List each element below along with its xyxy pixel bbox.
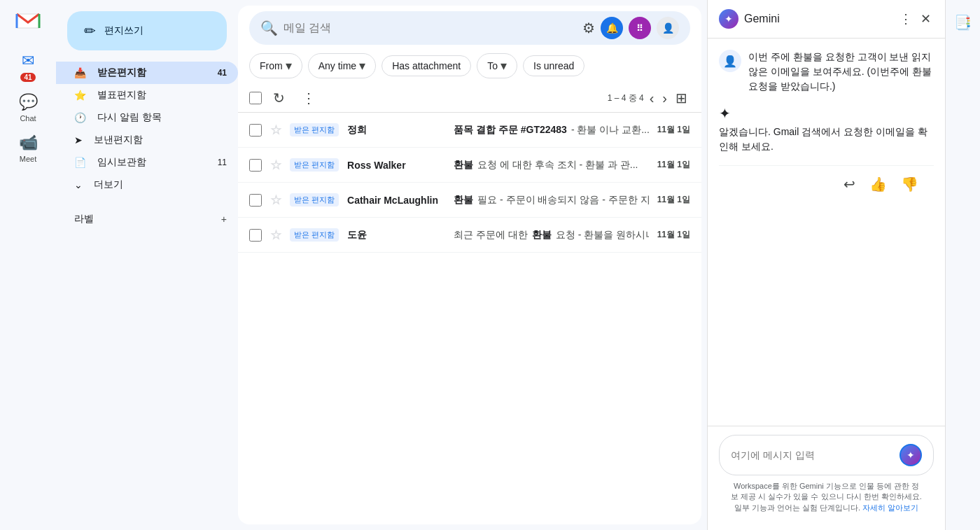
compose-label: 편지쓰기	[104, 25, 144, 37]
email-date: 11월 1일	[657, 159, 690, 171]
email-sender: 정희	[347, 124, 445, 137]
gemini-response-actions: ↩ 👍 👎	[719, 165, 934, 202]
gemini-header: ✦ Gemini ⋮ ✕	[708, 0, 945, 39]
right-tabs-panel: 📑	[945, 0, 980, 530]
star-icon[interactable]: ☆	[270, 158, 281, 173]
more-label: 더보기	[94, 179, 227, 191]
avatar[interactable]: 👤	[657, 17, 679, 39]
email-checkbox[interactable]	[249, 194, 262, 207]
star-icon[interactable]: ☆	[270, 193, 281, 208]
gemini-learn-more-link[interactable]: 자세히 알아보기	[862, 503, 918, 512]
refresh-button[interactable]: ↻	[267, 87, 290, 109]
sent-label: 보낸편지함	[94, 134, 227, 146]
gemini-thumbs-down-button[interactable]: 👎	[897, 172, 923, 197]
filter-chip-has-attachment[interactable]: Has attachment	[382, 55, 471, 76]
nav-item-snoozed[interactable]: 🕐 다시 알림 항목	[56, 106, 238, 129]
is-unread-chip-label: Is unread	[533, 60, 574, 71]
labels-title: 라벨	[74, 213, 221, 225]
sidebar-item-meet[interactable]: 📹 Meet	[0, 128, 56, 169]
gemini-thumbs-up-button[interactable]: 👍	[865, 172, 891, 197]
email-checkbox[interactable]	[249, 124, 262, 137]
view-options-button[interactable]: ⊞	[673, 87, 690, 109]
next-page-button[interactable]: ›	[659, 88, 670, 109]
more-toolbar-button[interactable]: ⋮	[296, 87, 321, 109]
gemini-close-button[interactable]: ✕	[918, 8, 934, 29]
nav-item-starred[interactable]: ⭐ 별표편지함	[56, 84, 238, 106]
gemini-share-button[interactable]: ↩	[839, 172, 860, 197]
nav-item-more[interactable]: ⌄ 더보기	[56, 174, 238, 196]
sidebar-item-chat[interactable]: 💬 Chat	[0, 88, 56, 128]
inbox-label: 받은편지함	[97, 67, 206, 79]
sidebar-item-mail[interactable]: ✉ 41	[0, 46, 56, 88]
gmail-logo	[14, 7, 42, 35]
email-tag: 받은 편지함	[290, 158, 339, 172]
starred-icon: ⭐	[74, 90, 86, 101]
to-chip-label: To	[487, 60, 498, 71]
gemini-logo-icon: ✦	[719, 9, 738, 29]
email-preview: 최근 주문에 대한	[454, 229, 528, 242]
gemini-response-text: 알겠습니다. Gmail 검색에서 요청한 이메일을 확인해 보세요.	[719, 125, 934, 154]
user-avatar: 👤	[719, 50, 741, 72]
email-sender: Ross Walker	[347, 160, 445, 171]
gemini-sparkle-icon: ✦	[719, 105, 934, 122]
gemini-user-message: 👤 이번 주에 환불을 요청한 고객이 보낸 읽지 않은 이메일을 보여주세요.…	[719, 50, 934, 94]
filter-chip-from[interactable]: From ▾	[249, 53, 302, 78]
email-date: 11월 1일	[657, 124, 690, 136]
gemini-message-input[interactable]	[731, 449, 894, 461]
apps-icon[interactable]: ⠿	[629, 17, 651, 39]
compose-button[interactable]: ✏ 편지쓰기	[67, 11, 227, 50]
chat-icon: 💬	[19, 93, 38, 111]
email-subject-bold: 환불	[454, 194, 473, 207]
email-checkbox[interactable]	[249, 229, 262, 242]
table-row[interactable]: ☆ 받은 편지함 도윤 최근 주문에 대한 환불 요청 - 환불을 원하시나..…	[238, 218, 701, 253]
meet-icon: 📹	[19, 134, 38, 152]
labels-section-header: 라벨 +	[56, 207, 238, 228]
nav-item-inbox[interactable]: 📥 받은편지함 41	[56, 62, 238, 84]
table-row[interactable]: ☆ 받은 편지함 정희 품목 결합 주문 #GT22483 - 환불 이나 교환…	[238, 113, 701, 148]
any-time-chip-label: Any time	[318, 60, 356, 71]
gemini-send-button[interactable]: ✦	[899, 444, 922, 466]
filter-chip-to[interactable]: To ▾	[477, 53, 517, 78]
email-date: 11월 1일	[657, 194, 690, 206]
email-subject-bold: 환불	[454, 159, 473, 172]
email-sender: Cathair McLaughlin	[347, 195, 445, 206]
select-all-checkbox[interactable]	[249, 92, 262, 104]
notification-icon[interactable]: 🔔	[601, 17, 623, 39]
table-row[interactable]: ☆ 받은 편지함 Cathair McLaughlin 환불 필요 - 주문이 …	[238, 183, 701, 218]
email-subject: 품목 결합 주문 #GT22483 - 환불 이나 교환...	[454, 124, 649, 137]
more-icon: ⌄	[74, 179, 83, 190]
from-chip-arrow: ▾	[286, 58, 292, 74]
prev-page-button[interactable]: ‹	[647, 88, 657, 109]
email-subject-bold: 환불	[532, 229, 552, 242]
email-subject: 최근 주문에 대한 환불 요청 - 환불을 원하시나...	[454, 229, 649, 242]
add-label-button[interactable]: +	[221, 214, 227, 225]
email-tag: 받은 편지함	[290, 123, 339, 137]
filter-chip-any-time[interactable]: Any time ▾	[308, 53, 376, 78]
search-icon[interactable]: 🔍	[260, 20, 278, 36]
email-list-toolbar: ↻ ⋮ 1 – 4 중 4 ‹ › ⊞	[238, 84, 701, 113]
chat-label: Chat	[20, 114, 36, 123]
star-icon[interactable]: ☆	[270, 228, 281, 243]
nav-item-drafts[interactable]: 📄 임시보관함 11	[56, 151, 238, 174]
table-row[interactable]: ☆ 받은 편지함 Ross Walker 환불 요청 에 대한 후속 조치 - …	[238, 148, 701, 183]
inbox-icon: 📥	[74, 67, 86, 78]
email-date: 11월 1일	[657, 229, 690, 241]
email-tag: 받은 편지함	[290, 193, 339, 207]
filter-chip-is-unread[interactable]: Is unread	[523, 55, 584, 76]
settings-icon[interactable]: ⚙	[582, 20, 595, 36]
compose-icon: ✏	[84, 22, 96, 39]
gemini-more-button[interactable]: ⋮	[897, 8, 915, 29]
email-checkbox[interactable]	[249, 159, 262, 172]
star-icon[interactable]: ☆	[270, 123, 281, 138]
starred-label: 별표편지함	[97, 89, 227, 102]
nav-item-sent[interactable]: ➤ 보낸편지함	[56, 129, 238, 151]
gemini-footer-text: Workspace를 위한 Gemini 기능으로 인물 등에 관한 정보 제공…	[719, 475, 934, 522]
search-input[interactable]	[284, 22, 577, 34]
gemini-panel: ✦ Gemini ⋮ ✕ 👤 이번 주에 환불을 요청한 고객이 보낸 읽지 않…	[707, 0, 945, 530]
gemini-input-box: ✦	[719, 435, 934, 475]
to-chip-arrow: ▾	[500, 58, 507, 74]
any-time-chip-arrow: ▾	[359, 58, 365, 74]
inbox-count: 41	[218, 68, 227, 78]
right-tab-button[interactable]: 📑	[948, 8, 977, 36]
email-preview: 요청 에 대한 후속 조치 - 환불 과 관...	[477, 159, 638, 172]
